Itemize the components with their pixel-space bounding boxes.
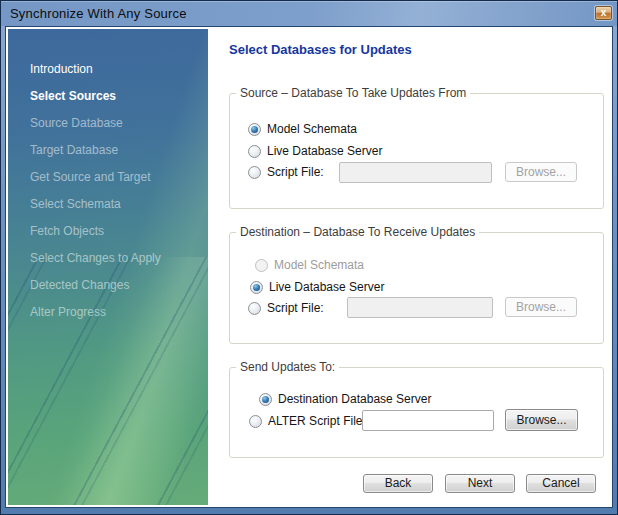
source-script-file-label: Script File: <box>267 165 324 179</box>
sidebar-item-introduction: Introduction <box>8 56 208 83</box>
destination-live-server-row: Live Database Server <box>250 280 384 294</box>
destination-live-server-radio[interactable] <box>250 281 263 294</box>
source-live-server-radio[interactable] <box>248 145 261 158</box>
source-groupbox-title: Source – Database To Take Updates From <box>236 86 470 100</box>
sidebar-item-select-schemata: Select Schemata <box>8 191 208 218</box>
send-browse-button[interactable]: Browse... <box>505 409 578 431</box>
destination-model-schemata-row: Model Schemata <box>255 258 364 272</box>
sidebar-item-source-database: Source Database <box>8 110 208 137</box>
source-script-file-input <box>339 162 492 183</box>
destination-script-file-input <box>347 297 493 318</box>
wizard-window: Synchronize With Any Source x Introducti… <box>0 0 618 515</box>
sidebar-item-get-source-target: Get Source and Target <box>8 164 208 191</box>
source-model-schemata-radio[interactable] <box>248 123 261 136</box>
send-alter-script-row: ALTER Script File: <box>249 414 366 428</box>
sidebar-item-detected-changes: Detected Changes <box>8 272 208 299</box>
send-updates-groupbox-title: Send Updates To: <box>236 360 339 374</box>
cancel-button[interactable]: Cancel <box>526 474 596 493</box>
close-icon[interactable]: x <box>595 6 612 20</box>
send-updates-groupbox: Send Updates To: Destination Database Se… <box>229 367 604 458</box>
source-live-server-label: Live Database Server <box>267 144 382 158</box>
window-title: Synchronize With Any Source <box>1 6 187 21</box>
destination-groupbox-title: Destination – Database To Receive Update… <box>236 225 479 239</box>
wizard-steps-sidebar: Introduction Select Sources Source Datab… <box>8 29 208 505</box>
destination-live-server-label: Live Database Server <box>269 280 384 294</box>
send-destination-server-row: Destination Database Server <box>259 392 431 406</box>
destination-browse-button: Browse... <box>505 297 577 317</box>
source-model-schemata-label: Model Schemata <box>267 122 357 136</box>
main-content: Select Databases for Updates Source – Da… <box>208 29 610 505</box>
destination-groupbox: Destination – Database To Receive Update… <box>229 232 604 344</box>
source-groupbox: Source – Database To Take Updates From M… <box>229 93 604 209</box>
source-model-schemata-row: Model Schemata <box>248 122 357 136</box>
destination-script-file-label: Script File: <box>267 301 324 315</box>
destination-model-schemata-label: Model Schemata <box>274 258 364 272</box>
send-destination-server-label: Destination Database Server <box>278 392 431 406</box>
sidebar-item-select-sources: Select Sources <box>8 83 208 110</box>
source-browse-button: Browse... <box>505 162 577 182</box>
send-destination-server-radio[interactable] <box>259 393 272 406</box>
destination-model-schemata-radio <box>255 259 268 272</box>
sidebar-item-fetch-objects: Fetch Objects <box>8 218 208 245</box>
send-alter-script-label: ALTER Script File: <box>268 414 366 428</box>
alter-script-file-input[interactable] <box>362 410 494 431</box>
source-script-file-radio[interactable] <box>248 166 261 179</box>
window-body: Introduction Select Sources Source Datab… <box>5 26 613 508</box>
sidebar-item-select-changes: Select Changes to Apply <box>8 245 208 272</box>
source-live-server-row: Live Database Server <box>248 144 382 158</box>
destination-script-file-row: Script File: <box>248 301 324 315</box>
send-alter-script-radio[interactable] <box>249 415 262 428</box>
next-button[interactable]: Next <box>445 474 515 493</box>
back-button[interactable]: Back <box>363 474 433 493</box>
source-script-file-row: Script File: <box>248 165 324 179</box>
sidebar-item-alter-progress: Alter Progress <box>8 299 208 326</box>
sidebar-item-target-database: Target Database <box>8 137 208 164</box>
destination-script-file-radio[interactable] <box>248 302 261 315</box>
title-bar: Synchronize With Any Source x <box>1 1 617 26</box>
page-title: Select Databases for Updates <box>229 42 412 57</box>
